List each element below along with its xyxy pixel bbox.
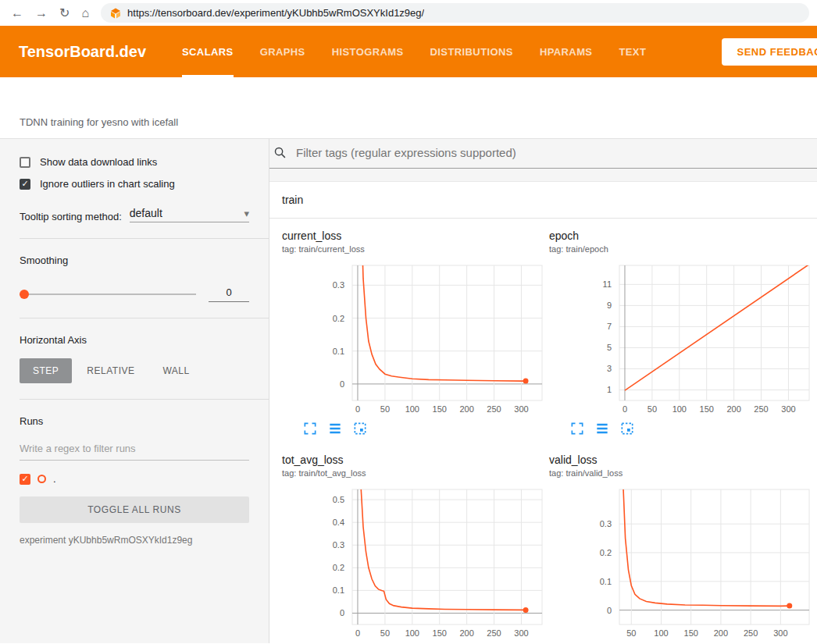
tab-hparams[interactable]: HPARAMS xyxy=(540,26,593,77)
main-content: train current_loss tag: train/current_lo… xyxy=(269,139,817,643)
svg-text:0.2: 0.2 xyxy=(333,563,344,572)
svg-text:1: 1 xyxy=(607,385,612,394)
svg-text:0.2: 0.2 xyxy=(333,314,344,323)
experiment-title-strip: TDNN training for yesno with icefall xyxy=(0,77,817,139)
fit-domain-icon[interactable] xyxy=(352,421,368,436)
svg-text:0.1: 0.1 xyxy=(333,585,344,595)
chart-plot[interactable]: 00.10.20.350100150200250300 xyxy=(549,486,811,642)
axis-wall-button[interactable]: WALL xyxy=(149,358,202,383)
divider xyxy=(20,399,269,400)
tooltip-sorting-dropdown[interactable]: default xyxy=(130,207,249,222)
tag-filter-row xyxy=(269,139,817,169)
toggle-all-runs-button[interactable]: TOGGLE ALL RUNS xyxy=(20,496,249,523)
show-download-links-checkbox[interactable] xyxy=(20,157,30,168)
runs-filter-input[interactable] xyxy=(20,438,249,461)
run-row: . xyxy=(20,473,249,485)
horizontal-axis-label: Horizontal Axis xyxy=(20,334,249,346)
smoothing-label: Smoothing xyxy=(20,254,249,266)
run-color-swatch-icon xyxy=(37,475,46,483)
svg-text:300: 300 xyxy=(514,404,528,414)
app-header: TensorBoard.dev SCALARS GRAPHS HISTOGRAM… xyxy=(0,26,817,77)
tooltip-sorting-row: Tooltip sorting method: default xyxy=(20,207,249,222)
svg-text:100: 100 xyxy=(654,628,668,638)
svg-text:250: 250 xyxy=(487,404,501,414)
tab-graphs[interactable]: GRAPHS xyxy=(260,26,305,77)
chart-plot[interactable]: 1357911050100150200250300 xyxy=(549,262,811,418)
svg-text:5: 5 xyxy=(607,343,612,352)
expand-chart-icon[interactable] xyxy=(569,421,585,436)
svg-text:0.3: 0.3 xyxy=(600,519,612,528)
svg-text:0: 0 xyxy=(355,628,360,638)
svg-text:0.2: 0.2 xyxy=(600,548,612,557)
svg-text:0: 0 xyxy=(607,606,612,615)
train-section-title: train xyxy=(282,194,303,206)
content: Show data download links Ignore outliers… xyxy=(0,139,817,643)
data-table-icon[interactable] xyxy=(594,421,610,436)
fit-domain-icon[interactable] xyxy=(619,421,635,436)
svg-text:9: 9 xyxy=(607,301,612,310)
svg-text:0.3: 0.3 xyxy=(333,280,344,290)
svg-text:0: 0 xyxy=(340,608,344,617)
back-icon[interactable]: ← xyxy=(11,7,23,20)
chart-tag: tag: train/epoch xyxy=(549,244,816,254)
smoothing-slider-thumb[interactable] xyxy=(20,290,29,299)
svg-text:50: 50 xyxy=(648,404,657,414)
svg-text:100: 100 xyxy=(405,628,419,638)
svg-text:0: 0 xyxy=(355,404,360,414)
home-icon[interactable]: ⌂ xyxy=(81,7,89,20)
address-bar[interactable]: https://tensorboard.dev/experiment/yKUbh… xyxy=(101,3,809,23)
smoothing-slider[interactable] xyxy=(20,294,196,295)
ignore-outliers-label: Ignore outliers in chart scaling xyxy=(40,178,175,190)
chart-plot[interactable]: 00.10.20.3050100150200250300 xyxy=(282,262,544,418)
browser-chrome: ← → ↻ ⌂ https://tensorboard.dev/experime… xyxy=(0,0,817,26)
chart-title: valid_loss xyxy=(549,454,816,466)
svg-text:11: 11 xyxy=(603,279,612,289)
svg-text:150: 150 xyxy=(433,628,447,638)
ignore-outliers-checkbox[interactable] xyxy=(20,179,30,190)
tab-histograms[interactable]: HISTOGRAMS xyxy=(332,26,404,77)
run-checkbox[interactable] xyxy=(20,474,30,485)
show-download-links-label: Show data download links xyxy=(40,156,157,168)
tab-text[interactable]: TEXT xyxy=(619,26,646,77)
svg-text:0: 0 xyxy=(623,404,627,414)
divider xyxy=(20,238,269,239)
axis-step-button[interactable]: STEP xyxy=(20,358,72,383)
tooltip-sorting-label: Tooltip sorting method: xyxy=(20,211,122,222)
chart-card: valid_loss tag: train/valid_loss 00.10.2… xyxy=(549,454,816,643)
svg-text:300: 300 xyxy=(773,628,787,638)
send-feedback-button[interactable]: SEND FEEDBACK xyxy=(722,38,817,66)
svg-text:0.1: 0.1 xyxy=(600,577,612,586)
run-name: . xyxy=(53,473,56,485)
ignore-outliers-row: Ignore outliers in chart scaling xyxy=(20,178,249,190)
tooltip-sorting-value: default xyxy=(130,207,162,219)
page: ← → ↻ ⌂ https://tensorboard.dev/experime… xyxy=(0,0,817,644)
tab-scalars[interactable]: SCALARS xyxy=(182,26,234,77)
url-text: https://tensorboard.dev/experiment/yKUbh… xyxy=(127,7,424,19)
svg-text:100: 100 xyxy=(405,404,419,414)
tag-filter-input[interactable] xyxy=(294,145,812,160)
runs-label: Runs xyxy=(20,415,249,427)
experiment-title: TDNN training for yesno with icefall xyxy=(20,116,178,128)
svg-text:3: 3 xyxy=(607,364,612,373)
train-section-header[interactable]: train xyxy=(269,182,817,219)
app-logo[interactable]: TensorBoard.dev xyxy=(19,26,146,77)
svg-text:0.5: 0.5 xyxy=(333,495,344,504)
axis-relative-button[interactable]: RELATIVE xyxy=(73,358,148,383)
tab-distributions[interactable]: DISTRIBUTIONS xyxy=(430,26,513,77)
expand-chart-icon[interactable] xyxy=(302,421,318,436)
refresh-icon[interactable]: ↻ xyxy=(59,7,70,20)
svg-text:150: 150 xyxy=(433,404,447,414)
sidebar: Show data download links Ignore outliers… xyxy=(0,139,269,643)
nav-tabs: SCALARS GRAPHS HISTOGRAMS DISTRIBUTIONS … xyxy=(182,26,646,77)
experiment-caption: experiment yKUbhb5wRmOSXYkId1z9eg xyxy=(20,535,249,546)
forward-icon[interactable]: → xyxy=(35,7,48,20)
data-table-icon[interactable] xyxy=(327,421,343,436)
smoothing-value[interactable]: 0 xyxy=(209,286,249,302)
chart-card: tot_avg_loss tag: train/tot_avg_loss 00.… xyxy=(282,454,549,643)
svg-text:150: 150 xyxy=(700,404,714,414)
svg-text:200: 200 xyxy=(714,628,728,638)
svg-text:0: 0 xyxy=(340,379,344,389)
chart-title: tot_avg_loss xyxy=(282,454,549,466)
chart-plot[interactable]: 00.10.20.30.40.5050100150200250300 xyxy=(282,486,544,642)
chart-card: current_loss tag: train/current_loss 00.… xyxy=(282,229,549,436)
